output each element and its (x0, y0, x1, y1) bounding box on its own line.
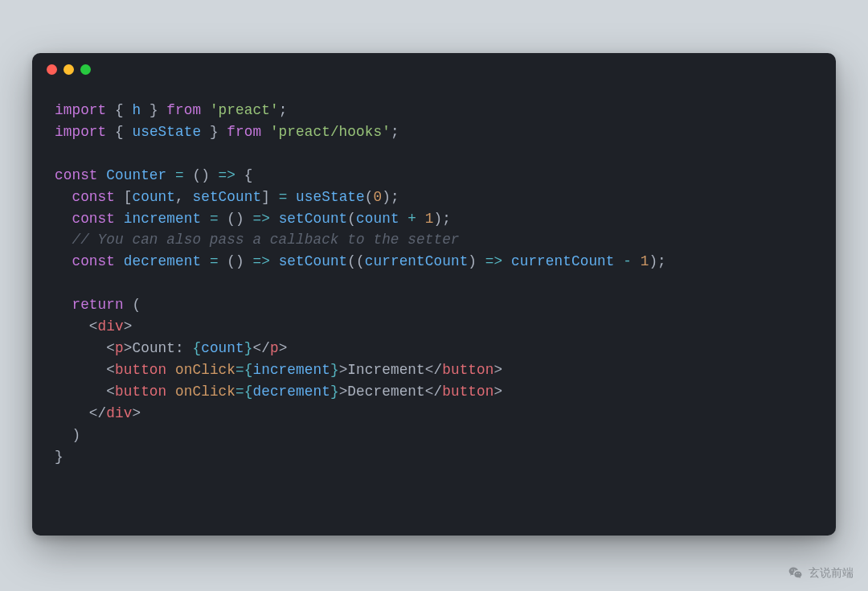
code-line (55, 143, 813, 165)
code-line: import { useState } from 'preact/hooks'; (55, 121, 813, 143)
code-line: ) (55, 425, 813, 446)
code-line: const increment = () => setCount(count +… (55, 208, 813, 230)
code-line: const decrement = () => setCount((curren… (55, 251, 813, 273)
code-line: const Counter = () => { (55, 165, 813, 187)
code-line: <button onClick={decrement}>Decrement</b… (55, 381, 813, 403)
code-line: const [count, setCount] = useState(0); (55, 187, 813, 208)
minimize-icon[interactable] (63, 64, 74, 75)
code-line: <button onClick={increment}>Increment</b… (55, 359, 813, 381)
maximize-icon[interactable] (80, 64, 91, 75)
code-line (55, 273, 813, 294)
code-block: import { h } from 'preact';import { useS… (32, 85, 836, 482)
watermark-text: 玄说前端 (809, 566, 854, 581)
code-line: </div> (55, 403, 813, 425)
code-line: import { h } from 'preact'; (55, 100, 813, 121)
code-window: import { h } from 'preact';import { useS… (32, 53, 836, 536)
close-icon[interactable] (47, 64, 57, 75)
code-line: <p>Count: {count}</p> (55, 338, 813, 359)
code-line: <div> (55, 316, 813, 338)
watermark: 玄说前端 (788, 565, 854, 581)
wechat-icon (788, 565, 804, 581)
code-line: return ( (55, 294, 813, 316)
code-line: // You can also pass a callback to the s… (55, 229, 813, 251)
code-line: } (55, 446, 813, 468)
window-titlebar (32, 53, 836, 85)
